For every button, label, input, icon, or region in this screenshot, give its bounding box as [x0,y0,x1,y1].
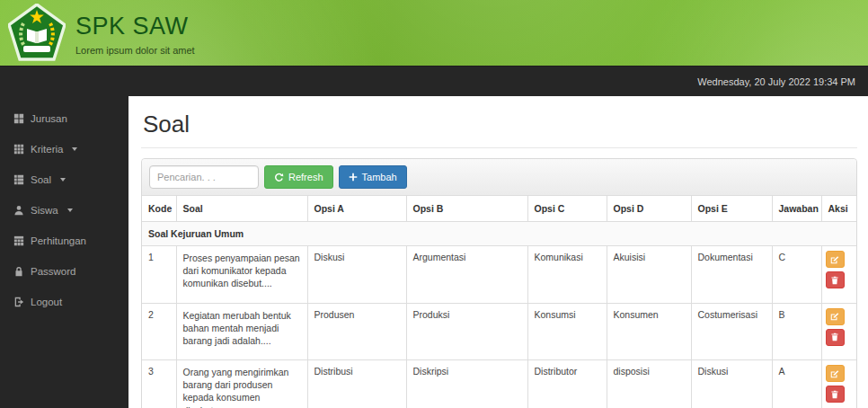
delete-button[interactable] [826,386,845,403]
user-icon [13,205,24,216]
col-opsi-c: Opsi C [527,196,607,222]
app-header: SPK SAW Lorem ipsum dolor sit amet [0,0,868,66]
search-input[interactable] [149,165,259,189]
datetime-text: Wednesday, 20 July 2022 19:34 PM [697,76,855,87]
table-body: Soal Kejuruan Umum 1 Proses penyampaian … [142,222,856,408]
col-opsi-d: Opsi D [607,196,691,222]
cell-kode: 2 [142,303,176,360]
table-icon [13,235,24,246]
sidebar-item-kriteria[interactable]: Kriteria [0,134,128,164]
table-row: 1 Proses penyampaian pesan dari komunika… [142,246,856,304]
delete-button[interactable] [826,329,845,346]
cell-opsi-e: Costumerisasi [691,303,772,360]
trash-icon [830,333,839,341]
trash-icon [830,390,839,399]
col-opsi-e: Opsi E [691,196,772,222]
plus-icon [349,173,358,182]
cell-opsi-a: Produsen [307,303,406,360]
cell-jawaban: A [772,360,821,408]
trash-icon [830,276,839,285]
logout-icon [13,297,24,307]
chevron-down-icon [60,178,66,182]
cell-aksi [821,360,856,408]
cell-aksi [821,246,856,304]
cell-opsi-a: Distribusi [307,360,406,408]
sidebar-item-label: Kriteria [31,144,63,155]
col-opsi-a: Opsi A [307,196,406,222]
sidebar-item-label: Jurusan [31,113,67,124]
cell-opsi-b: Diskripsi [406,360,527,408]
group-label: Soal Kejuruan Umum [142,222,856,246]
title-divider [141,147,857,148]
cell-opsi-d: disposisi [607,360,691,408]
edit-icon [830,255,839,264]
col-kode: Kode [142,196,176,222]
app-title: SPK SAW [75,13,195,40]
tambah-button[interactable]: Tambah [339,165,407,189]
cell-opsi-c: Komunikasi [527,246,607,304]
sidebar-item-password[interactable]: Password [0,256,128,287]
datetime-bar: Wednesday, 20 July 2022 19:34 PM [0,66,868,96]
cell-opsi-b: Produksi [406,303,527,360]
grid-3x3-icon [13,144,24,155]
col-opsi-b: Opsi B [406,196,527,222]
delete-button[interactable] [826,271,845,288]
app-subtitle: Lorem ipsum dolor sit amet [75,45,195,56]
cell-opsi-e: Diskusi [691,360,772,408]
sidebar-item-siswa[interactable]: Siswa [0,195,128,226]
cell-opsi-e: Dokumentasi [691,246,772,304]
cell-kode: 3 [142,360,176,408]
toolbar: Refresh Tambah [142,159,856,196]
soal-table: Kode Soal Opsi A Opsi B Opsi C Opsi D Op… [142,196,856,408]
list-icon [13,174,24,185]
col-aksi: Aksi [821,196,856,222]
sidebar-item-label: Logout [31,297,62,307]
sidebar: Jurusan Kriteria Soal Siswa Perhitungan … [0,96,128,408]
col-soal: Soal [176,196,307,222]
table-row: 2 Kegiatan merubah bentuk bahan mentah m… [142,303,856,360]
cell-soal: Kegiatan merubah bentuk bahan mentah men… [176,303,307,360]
main-content: Soal Refresh Tambah [128,96,868,408]
cell-aksi [821,303,856,360]
sidebar-item-perhitungan[interactable]: Perhitungan [0,226,128,256]
table-row: 3 Orang yang mengirimkan barang dari pro… [142,360,856,408]
cell-soal: Proses penyampaian pesan dari komunikato… [176,246,307,304]
sidebar-item-logout[interactable]: Logout [0,287,128,317]
sidebar-item-label: Soal [31,174,51,185]
cell-soal: Orang yang mengirimkan barang dari produ… [176,360,307,408]
sidebar-item-label: Siswa [31,205,58,216]
col-jawaban: Jawaban [772,196,821,222]
cell-jawaban: C [772,246,821,304]
cell-opsi-b: Argumentasi [406,246,527,304]
chevron-down-icon [67,208,73,212]
soal-panel: Refresh Tambah Kode Soal Opsi [141,158,857,408]
sidebar-item-jurusan[interactable]: Jurusan [0,103,128,134]
cell-opsi-d: Konsumen [607,303,691,360]
ministry-logo-icon [8,4,66,61]
cell-opsi-c: Konsumsi [527,303,607,360]
sidebar-item-soal[interactable]: Soal [0,164,128,195]
table-header-row: Kode Soal Opsi A Opsi B Opsi C Opsi D Op… [142,196,856,222]
page-title: Soal [143,111,857,138]
edit-button[interactable] [826,365,845,382]
edit-button[interactable] [826,308,845,325]
group-row: Soal Kejuruan Umum [142,222,856,246]
chevron-down-icon [72,147,77,151]
sidebar-item-label: Perhitungan [31,235,86,246]
grid-2x2-icon [13,113,24,124]
sidebar-item-label: Password [31,266,76,277]
cell-opsi-d: Akuisisi [607,246,691,304]
refresh-button[interactable]: Refresh [264,165,333,189]
cell-opsi-a: Diskusi [307,246,406,304]
lock-icon [13,266,24,277]
edit-button[interactable] [826,251,845,268]
refresh-icon [274,173,284,182]
edit-icon [830,312,839,321]
cell-jawaban: B [772,303,821,360]
cell-kode: 1 [142,246,176,304]
cell-opsi-c: Distributor [527,360,607,408]
edit-icon [830,369,839,378]
